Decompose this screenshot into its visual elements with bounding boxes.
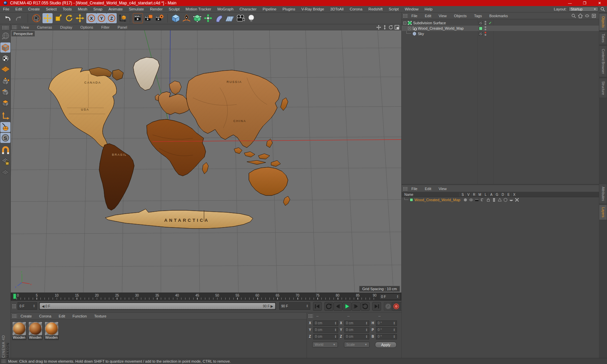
edges-mode-button[interactable] — [0, 87, 10, 97]
enabled-check-icon[interactable]: ✓ — [489, 21, 492, 25]
texture-mode-button[interactable] — [0, 53, 10, 63]
material-name[interactable]: Wooden — [45, 336, 59, 340]
menu-3dtoall[interactable]: 3DToAll — [327, 7, 347, 11]
points-mode-button[interactable] — [0, 77, 10, 87]
object-name[interactable]: Wood_Created_World_Map — [418, 26, 464, 30]
menu-snap[interactable]: Snap — [90, 7, 106, 11]
previous-frame-button[interactable] — [334, 302, 342, 311]
palette-grip[interactable] — [2, 26, 9, 30]
mat-menu-corona[interactable]: Corona — [35, 314, 55, 318]
texture-tag-slot[interactable] — [479, 32, 483, 36]
layer-solo-icon[interactable] — [462, 198, 468, 202]
lock-workplane-button[interactable] — [0, 156, 10, 166]
vp-menu-display[interactable]: Display — [56, 25, 76, 29]
recent-tool[interactable] — [75, 13, 85, 23]
search-icon[interactable] — [600, 7, 605, 11]
layer-color-chip[interactable] — [479, 27, 483, 30]
add-cube-button[interactable] — [171, 13, 181, 23]
tab-structure[interactable]: Structure — [599, 78, 607, 98]
material-name[interactable]: Wooden — [12, 336, 26, 340]
menu-create[interactable]: Create — [25, 7, 43, 11]
layer-row[interactable]: Wood_Created_World_Map — [402, 197, 599, 203]
om-menu-view[interactable]: View — [435, 14, 451, 18]
om-menu-tags[interactable]: Tags — [470, 14, 486, 18]
vp-menu-panel[interactable]: Panel — [114, 25, 131, 29]
coordinate-system-button[interactable] — [117, 13, 127, 23]
vp-menu-filter[interactable]: Filter — [97, 25, 113, 29]
rotate-tool[interactable] — [64, 13, 74, 23]
current-frame-field[interactable]: 0 F ▲▼ — [18, 302, 37, 310]
viewport-grip[interactable] — [12, 25, 17, 29]
material-item[interactable]: Wooden — [12, 322, 26, 340]
timeline-range-slider[interactable]: ◀ 0 F 90 F ▶ — [39, 302, 276, 310]
stepper-icon[interactable]: ▲▼ — [33, 304, 35, 308]
model-mode-button[interactable] — [0, 42, 10, 53]
layer-render-icon[interactable] — [474, 198, 480, 202]
layer-manager-icon[interactable] — [480, 198, 485, 202]
menu-window[interactable]: Window — [402, 7, 422, 11]
layer-expressions-icon[interactable] — [508, 198, 514, 202]
om-menu-bookmarks[interactable]: Bookmarks — [486, 14, 512, 18]
spline-pen-button[interactable] — [181, 13, 192, 23]
rotate-view-icon[interactable] — [388, 25, 393, 30]
layer-animation-icon[interactable] — [491, 198, 497, 202]
menu-simulate[interactable]: Simulate — [126, 7, 147, 11]
menu-animate[interactable]: Animate — [106, 7, 126, 11]
end-frame-field[interactable]: 90 F ▲▼ — [279, 302, 310, 310]
play-forward-button[interactable] — [361, 302, 370, 311]
mat-menu-function[interactable]: Function — [69, 314, 90, 318]
layer-generators-icon[interactable] — [497, 198, 502, 202]
viewport-solo-button[interactable] — [0, 122, 10, 132]
frame-field[interactable]: 0 F ▲▼ — [379, 294, 400, 300]
menu-pipeline[interactable]: Pipeline — [260, 7, 280, 11]
next-frame-button[interactable] — [352, 302, 360, 311]
coords-mode-dropdown[interactable]: World▼ — [312, 342, 338, 347]
move-tool[interactable] — [42, 13, 53, 23]
visibility-dots[interactable] — [485, 21, 486, 25]
tab-attributes[interactable]: Attributes — [599, 184, 607, 204]
edit-render-settings-button[interactable] — [154, 13, 165, 23]
layer-xref-icon[interactable] — [514, 198, 520, 202]
menu-file[interactable]: File — [0, 7, 12, 11]
goto-start-button[interactable] — [313, 302, 322, 311]
expander-icon[interactable]: + — [408, 27, 411, 30]
vp-menu-cameras[interactable]: Cameras — [33, 25, 56, 29]
enable-snap-button[interactable] — [0, 146, 10, 156]
mograph-button[interactable] — [203, 13, 213, 23]
render-to-picture-viewer-button[interactable] — [144, 13, 154, 23]
scale-tool[interactable] — [53, 13, 63, 23]
om-menu-edit[interactable]: Edit — [421, 14, 435, 18]
menu-mesh[interactable]: Mesh — [75, 7, 90, 11]
toggle-panel-icon[interactable] — [395, 25, 399, 30]
position-y-field[interactable]: 0 cm▲▼ — [313, 327, 338, 333]
layer-name[interactable]: Wood_Created_World_Map — [414, 198, 462, 202]
om-menu-objects[interactable]: Objects — [450, 14, 470, 18]
om-grip[interactable] — [403, 14, 408, 18]
tab-content-browser[interactable]: Content Browser — [599, 46, 607, 77]
subdivision-surface-button[interactable] — [192, 13, 202, 23]
om-path-icon[interactable] — [585, 13, 589, 18]
object-name[interactable]: Sky — [418, 32, 424, 36]
goto-end-button[interactable] — [372, 302, 381, 311]
minimize-button[interactable]: — — [562, 0, 577, 6]
object-row-wood-created-world-map[interactable]: + Wood_Created_World_Map — [402, 26, 599, 31]
timeline-ruler[interactable]: 0 5 10 15 20 25 30 35 40 45 50 55 60 65 … — [11, 293, 401, 301]
zoom-view-icon[interactable] — [382, 25, 387, 30]
texture-tag-slot[interactable] — [479, 21, 483, 25]
material-name[interactable]: Wooden — [28, 336, 42, 340]
size-z-field[interactable]: 0 cm▲▼ — [344, 334, 369, 339]
mat-menu-create[interactable]: Create — [17, 314, 35, 318]
menu-vray-bridge[interactable]: V-Ray Bridge — [298, 7, 327, 11]
rotation-h-field[interactable]: 0 °▲▼ — [376, 321, 397, 326]
menu-help[interactable]: Help — [422, 7, 436, 11]
size-y-field[interactable]: 0 cm▲▼ — [344, 327, 369, 333]
visibility-dots[interactable] — [485, 32, 486, 36]
lm-menu-view[interactable]: View — [435, 187, 451, 191]
current-frame-marker[interactable] — [13, 294, 16, 299]
size-x-field[interactable]: 0 cm▲▼ — [344, 321, 369, 326]
material-grip[interactable] — [12, 314, 17, 318]
close-button[interactable]: ✕ — [592, 0, 607, 6]
menu-redshift[interactable]: Redshift — [366, 7, 386, 11]
deformer-button[interactable] — [214, 13, 224, 23]
position-z-field[interactable]: 0 cm▲▼ — [313, 334, 338, 339]
